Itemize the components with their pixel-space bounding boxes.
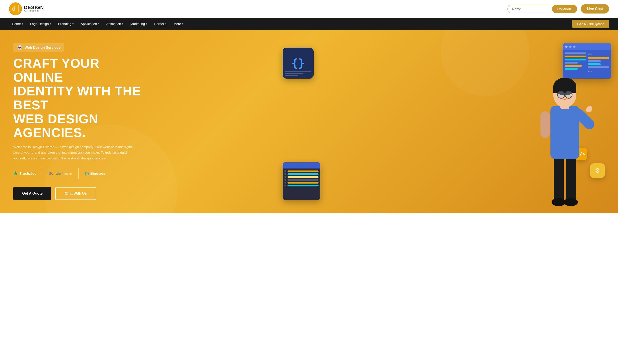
logo-icon: d i xyxy=(9,2,22,15)
terminal-bullet xyxy=(284,179,286,181)
code-lines xyxy=(285,71,311,76)
terminal-row xyxy=(284,176,318,178)
nav-link-marketing[interactable]: Marketing ▾ xyxy=(127,20,150,27)
terminal-line xyxy=(288,170,318,172)
header: d i DESIGN Diverse Continue Live Chat xyxy=(0,0,618,18)
browser-line xyxy=(565,56,586,57)
browser-line xyxy=(565,62,578,64)
nav-link-animation[interactable]: Animation ▾ xyxy=(103,20,127,27)
nav-item-application[interactable]: Application ▾ xyxy=(78,20,102,27)
browser-dot xyxy=(569,46,571,48)
terminal-row xyxy=(284,173,318,175)
svg-rect-14 xyxy=(553,87,576,93)
logo-brand: DESIGN xyxy=(24,5,44,10)
header-right: Continue Live Chat xyxy=(507,4,609,13)
bing-icon: ⬡ xyxy=(85,171,89,176)
nav-link-branding[interactable]: Branding ▾ xyxy=(55,20,77,27)
code-line xyxy=(285,73,303,74)
chevron-down-icon: ▾ xyxy=(98,23,99,25)
nav-link-home[interactable]: Home ▾ xyxy=(9,20,26,27)
nav-item-home[interactable]: Home ▾ xyxy=(9,20,26,27)
browser-line xyxy=(565,52,586,54)
browser-col-left xyxy=(565,52,586,73)
navbar: Home ▾ Logo Design ▾ Branding ▾ Applicat… xyxy=(0,18,618,30)
nav-item-more[interactable]: More ▾ xyxy=(170,20,186,27)
code-braces-icon: {} xyxy=(291,57,304,69)
terminal-card xyxy=(283,162,320,200)
nav-link-application[interactable]: Application ▾ xyxy=(78,20,102,27)
name-input[interactable] xyxy=(508,5,552,13)
terminal-line xyxy=(288,185,318,186)
chevron-down-icon: ▾ xyxy=(146,23,147,25)
chevron-down-icon: ▾ xyxy=(22,23,23,25)
terminal-line xyxy=(288,179,318,181)
chevron-down-icon: ▾ xyxy=(72,23,74,25)
nav-item-logo-design[interactable]: Logo Design ▾ xyxy=(27,20,54,27)
code-line xyxy=(285,71,311,72)
continue-button[interactable]: Continue xyxy=(552,5,577,13)
terminal-bullet xyxy=(284,185,286,186)
svg-point-15 xyxy=(558,91,565,98)
terminal-line xyxy=(288,173,318,175)
browser-line xyxy=(588,57,609,59)
google-partner-badge: Google Partner xyxy=(49,172,72,176)
logo-text-block: DESIGN Diverse xyxy=(24,5,44,13)
terminal-row xyxy=(284,170,318,172)
get-free-quote-button[interactable]: Get A Free Qoute xyxy=(572,20,609,28)
svg-point-18 xyxy=(585,105,594,114)
terminal-row xyxy=(284,182,318,183)
nav-link-portfolio[interactable]: Portfolio xyxy=(151,20,170,27)
terminal-bullet xyxy=(284,176,286,178)
trustpilot-star-icon: ★ xyxy=(13,171,18,176)
bing-ads-badge: ⬡ Bing ads xyxy=(85,171,105,176)
svg-rect-4 xyxy=(554,156,564,202)
nav-link-more[interactable]: More ▾ xyxy=(170,20,186,27)
browser-line xyxy=(588,60,601,62)
nav-link-logo-design[interactable]: Logo Design ▾ xyxy=(27,20,54,27)
chevron-down-icon: ▾ xyxy=(50,23,51,25)
code-card: {} xyxy=(283,48,314,78)
browser-body: </> </> xyxy=(563,50,611,75)
chat-with-us-button[interactable]: Chat With Us xyxy=(55,187,96,200)
live-chat-button[interactable]: Live Chat xyxy=(581,4,609,13)
browser-line xyxy=(588,63,601,65)
hero-content: 👻 Web Design Services CRAFT YOUR ONLINE … xyxy=(0,30,155,213)
trust-badges: ★ Trustpilot Google Partner ⬡ Bing ads xyxy=(13,168,142,179)
svg-point-7 xyxy=(564,198,578,206)
divider xyxy=(42,168,42,179)
terminal-row xyxy=(284,185,318,186)
terminal-bullet xyxy=(284,170,286,172)
trustpilot-badge: ★ Trustpilot xyxy=(13,171,36,176)
browser-line xyxy=(565,65,582,67)
code-symbol-left: </> xyxy=(588,52,609,56)
logo: d i DESIGN Diverse xyxy=(9,2,44,15)
hero-title: CRAFT YOUR ONLINE IDENTITY WITH THE BEST… xyxy=(13,56,142,140)
svg-point-6 xyxy=(552,198,566,206)
hero-buttons: Get A Quote Chat With Us xyxy=(13,187,142,200)
browser-dot xyxy=(573,46,576,48)
browser-col-right: </> </> xyxy=(588,52,609,73)
browser-line xyxy=(565,59,586,60)
illustration-container: {} xyxy=(278,30,618,213)
nav-item-marketing[interactable]: Marketing ▾ xyxy=(127,20,150,27)
hero-tag: 👻 Web Design Services xyxy=(13,43,64,52)
terminal-header xyxy=(283,162,320,169)
svg-rect-5 xyxy=(566,156,576,202)
get-quote-button[interactable]: Get A Quote xyxy=(13,187,51,200)
google-logo: Google xyxy=(49,172,61,176)
chevron-down-icon: ▾ xyxy=(182,23,183,25)
terminal-bullet xyxy=(284,182,286,183)
nav-item-branding[interactable]: Branding ▾ xyxy=(55,20,77,27)
svg-text:i: i xyxy=(19,8,19,11)
character-figure xyxy=(529,72,600,213)
terminal-row xyxy=(284,179,318,181)
terminal-body xyxy=(283,169,320,188)
hero-illustration: {} xyxy=(278,30,618,213)
browser-line xyxy=(588,66,609,68)
code-line xyxy=(285,75,298,76)
svg-text:d: d xyxy=(12,5,16,12)
svg-rect-10 xyxy=(540,111,550,138)
nav-item-animation[interactable]: Animation ▾ xyxy=(103,20,127,27)
nav-item-portfolio[interactable]: Portfolio xyxy=(151,20,170,27)
browser-dot xyxy=(565,46,567,48)
